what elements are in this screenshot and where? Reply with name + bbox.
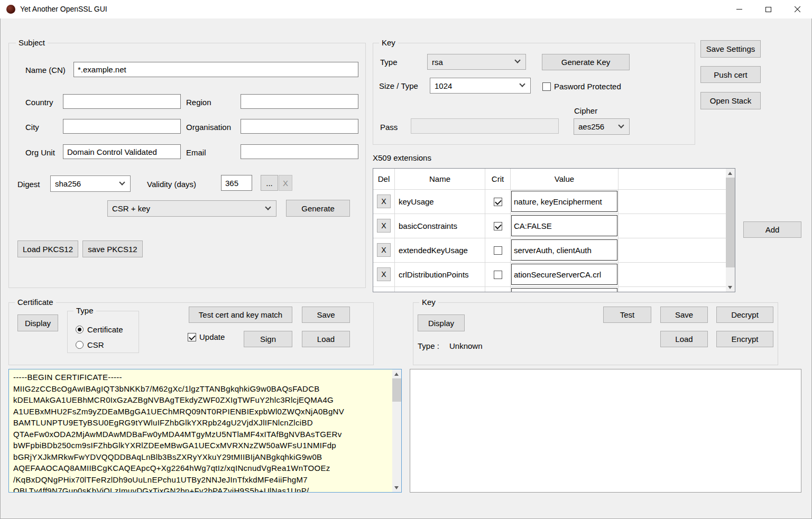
push-cert-button[interactable]: Push cert <box>700 66 761 83</box>
output-mode-value: CSR + key <box>112 204 150 213</box>
table-scrollbar[interactable] <box>726 169 735 292</box>
certificate-pem-textarea[interactable]: -----BEGIN CERTIFICATE----- MIIG2zCCBcOg… <box>8 369 402 493</box>
city-input[interactable] <box>63 119 181 134</box>
key-size-select[interactable]: 1024 <box>430 78 531 94</box>
cipher-select[interactable]: aes256 <box>574 118 630 135</box>
extension-name[interactable]: crlDistributionPoints <box>395 263 485 286</box>
key-save-button[interactable]: Save <box>660 307 708 323</box>
pem-scrollbar-thumb[interactable] <box>392 378 401 402</box>
extension-value-input[interactable]: ationSecureServerCA.crl <box>511 264 617 285</box>
key-size-label: Size / Type <box>379 81 418 91</box>
key-test-button[interactable]: Test <box>603 307 651 323</box>
crit-checkbox[interactable] <box>494 246 502 255</box>
generate-key-button[interactable]: Generate Key <box>542 54 630 70</box>
email-input[interactable] <box>241 144 358 159</box>
chevron-down-icon <box>265 204 271 210</box>
scroll-up-icon[interactable] <box>726 169 735 178</box>
column-header-value[interactable]: Value <box>511 169 619 189</box>
test-cert-key-match-button[interactable]: Test cert and key match <box>189 307 292 323</box>
sign-button[interactable]: Sign <box>244 331 292 347</box>
load-pkcs12-button[interactable]: Load PKCS12 <box>17 240 78 257</box>
save-pkcs12-button[interactable]: save PKCS12 <box>82 240 143 257</box>
save-settings-button[interactable]: Save Settings <box>700 40 761 58</box>
extension-value-input[interactable]: CA:FALSE <box>511 215 617 236</box>
delete-extension-button[interactable]: X <box>377 292 391 292</box>
crit-checkbox[interactable] <box>494 271 502 279</box>
scroll-up-icon[interactable] <box>392 369 401 378</box>
update-checkbox[interactable] <box>188 333 196 341</box>
maximize-button[interactable] <box>754 0 783 18</box>
type-csr-radio[interactable] <box>76 341 84 349</box>
region-input[interactable] <box>241 94 358 109</box>
name-cn-input[interactable]: *.example.net <box>73 62 358 77</box>
type-certificate-radio[interactable] <box>76 326 84 333</box>
cipher-value: aes256 <box>578 122 604 131</box>
org-unit-input[interactable]: Domain Control Validated <box>63 144 181 159</box>
close-icon <box>794 6 801 13</box>
validity-input[interactable]: 365 <box>221 175 252 191</box>
certificate-save-button[interactable]: Save <box>302 307 350 323</box>
key-type-value: rsa <box>432 58 443 67</box>
pem-text: -----BEGIN CERTIFICATE----- MIIG2zCCBcOg… <box>13 372 391 492</box>
password-protected-checkbox[interactable] <box>542 82 551 91</box>
output-mode-select[interactable]: CSR + key <box>107 200 276 217</box>
pass-input <box>411 118 559 134</box>
close-button[interactable] <box>783 0 812 18</box>
window-title: Yet Another OpenSSL GUI <box>20 5 107 13</box>
generate-button[interactable]: Generate <box>286 200 350 217</box>
delete-extension-button[interactable]: X <box>377 219 391 233</box>
digest-select[interactable]: sha256 <box>50 175 131 192</box>
column-header-crit[interactable]: Crit <box>485 169 511 189</box>
extension-value-input[interactable]: serverAuth, clientAuth <box>511 239 617 261</box>
extension-value-input[interactable]: nature, keyEncipherment <box>511 191 617 212</box>
add-extension-button[interactable]: Add <box>743 221 801 238</box>
scroll-down-icon[interactable] <box>726 283 735 292</box>
key-type-label: Type <box>380 58 398 67</box>
x509-extensions-label: X509 extensions <box>373 153 431 163</box>
chevron-down-icon <box>119 179 125 185</box>
column-header-filler <box>619 169 726 189</box>
organisation-input[interactable] <box>241 119 358 134</box>
certificate-type-group-label: Type <box>73 306 96 316</box>
key-size-value: 1024 <box>435 81 452 90</box>
key-type-select[interactable]: rsa <box>427 54 526 70</box>
extension-name[interactable] <box>395 287 485 292</box>
browse-validity-button[interactable]: ... <box>261 175 278 191</box>
cipher-label: Cipher <box>574 106 597 116</box>
type-certificate-radio-label[interactable]: Certificate <box>87 325 123 335</box>
certificate-display-button[interactable]: Display <box>17 314 58 331</box>
key-display-button[interactable]: Display <box>418 314 465 331</box>
key-output-textarea[interactable] <box>410 369 801 493</box>
region-label: Region <box>186 98 211 107</box>
type-csr-radio-label[interactable]: CSR <box>87 340 104 350</box>
extension-row: X keyUsage nature, keyEncipherment <box>373 190 726 214</box>
org-unit-label: Org Unit <box>25 148 55 157</box>
certificate-load-button[interactable]: Load <box>302 331 350 347</box>
app-icon <box>6 5 15 14</box>
delete-extension-button[interactable]: X <box>377 267 391 281</box>
email-label: Email <box>186 148 206 157</box>
extension-name[interactable]: keyUsage <box>395 190 485 214</box>
extension-name[interactable]: extendedKeyUsage <box>395 238 485 262</box>
delete-extension-button[interactable]: X <box>377 243 391 257</box>
extension-value-input[interactable] <box>511 288 617 292</box>
table-scrollbar-thumb[interactable] <box>726 178 735 267</box>
country-input[interactable] <box>63 94 181 109</box>
table-header-row: Del Name Crit Value <box>373 169 726 190</box>
crit-checkbox[interactable] <box>494 198 502 206</box>
column-header-name[interactable]: Name <box>395 169 485 189</box>
organisation-label: Organisation <box>186 123 231 132</box>
minimize-button[interactable] <box>725 0 754 18</box>
update-checkbox-label[interactable]: Update <box>199 332 225 342</box>
key-encrypt-button[interactable]: Encrypt <box>716 331 773 347</box>
key-panel-group-label: Key <box>419 298 438 307</box>
key-load-button[interactable]: Load <box>660 331 708 347</box>
delete-extension-button[interactable]: X <box>377 194 391 208</box>
column-header-del[interactable]: Del <box>373 169 395 189</box>
crit-checkbox[interactable] <box>494 222 502 230</box>
open-stack-button[interactable]: Open Stack <box>700 92 761 109</box>
pem-scrollbar[interactable] <box>392 369 401 492</box>
key-decrypt-button[interactable]: Decrypt <box>716 307 773 323</box>
extension-name[interactable]: basicConstraints <box>395 214 485 238</box>
scroll-down-icon[interactable] <box>392 483 401 492</box>
